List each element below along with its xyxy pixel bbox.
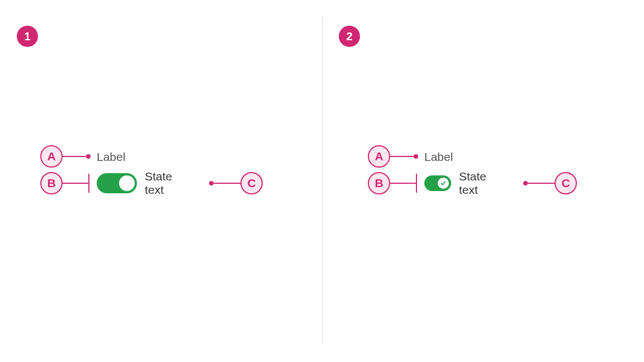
annotation-letter-a: A [40, 145, 63, 168]
panel-2: 2 A Label B State text [322, 0, 644, 362]
checkmark-icon [441, 180, 446, 186]
toggle-row-large: State text [97, 172, 172, 194]
toggle-row-small: State text [424, 172, 486, 194]
toggle-knob [119, 175, 135, 191]
panel-divider [322, 17, 323, 345]
connector-line [390, 183, 416, 184]
connector-bracket [88, 174, 89, 193]
toggle-label: Label [424, 150, 453, 164]
toggle-knob [438, 178, 449, 189]
diagram-container: 1 A Label B State text C 2 A [0, 0, 644, 362]
panel-number-badge-2: 2 [339, 26, 360, 47]
connector-dot [209, 181, 214, 185]
connector-dot [414, 154, 418, 159]
connector-line [214, 183, 240, 184]
annotation-letter-c: C [555, 172, 577, 194]
annotation-letter-c: C [240, 172, 263, 194]
connector-dot [86, 154, 91, 159]
connector-bracket [416, 174, 417, 193]
toggle-switch-large[interactable] [97, 173, 137, 193]
annotation-letter-b: B [368, 172, 390, 194]
connector-dot [523, 181, 528, 185]
toggle-state-text: State text [459, 170, 486, 197]
panel-number-badge-1: 1 [17, 26, 38, 47]
toggle-state-text: State text [145, 170, 172, 197]
annotation-letter-a: A [368, 145, 390, 168]
connector-line [63, 183, 88, 184]
toggle-switch-small[interactable] [424, 175, 451, 191]
toggle-label: Label [97, 150, 125, 164]
connector-line [63, 156, 86, 157]
annotation-letter-b: B [40, 172, 63, 194]
connector-line [528, 183, 555, 184]
panel-1: 1 A Label B State text C [0, 0, 322, 362]
connector-line [390, 156, 414, 157]
